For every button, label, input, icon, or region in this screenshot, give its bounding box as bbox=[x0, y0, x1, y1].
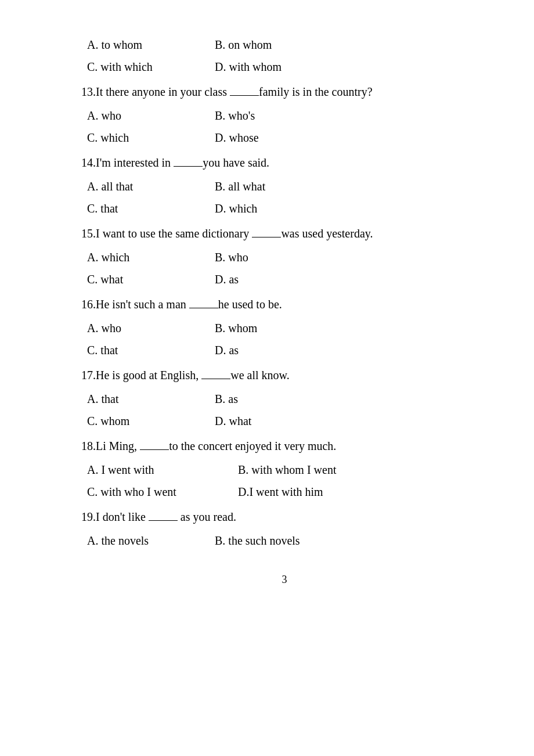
blank-17 bbox=[201, 379, 230, 379]
option-17-d: D. what bbox=[215, 411, 342, 431]
options-row-15-cd: C. what D. as bbox=[81, 269, 488, 289]
options-row-13-cd: C. which D. whose bbox=[81, 128, 488, 147]
question-15: 15.I want to use the same dictionary was… bbox=[81, 224, 488, 289]
option-16-b: B. whom bbox=[215, 318, 342, 338]
question-16-text: 16.He isn't such a man he used to be. bbox=[81, 295, 488, 314]
option-17-b: B. as bbox=[215, 389, 342, 409]
page-number: 3 bbox=[81, 574, 488, 586]
question-15-text: 15.I want to use the same dictionary was… bbox=[81, 224, 488, 243]
option-15-d: D. as bbox=[215, 269, 342, 289]
options-row-17-cd: C. whom D. what bbox=[81, 411, 488, 431]
blank-16 bbox=[189, 308, 218, 308]
option-14-c: C. that bbox=[87, 199, 215, 218]
option-16-d: D. as bbox=[215, 340, 342, 360]
option-18-a: A. I went with bbox=[87, 460, 238, 480]
options-row-13-ab: A. who B. who's bbox=[81, 106, 488, 125]
blank-18 bbox=[140, 449, 169, 450]
option-18-d: D.I went with him bbox=[238, 482, 366, 502]
question-17-text: 17.He is good at English, we all know. bbox=[81, 366, 488, 384]
option-19-b: B. the such novels bbox=[215, 531, 342, 550]
option-14-d: D. which bbox=[215, 199, 342, 218]
options-row-19-ab: A. the novels B. the such novels bbox=[81, 531, 488, 550]
option-16-a: A. who bbox=[87, 318, 215, 338]
options-row-17-ab: A. that B. as bbox=[81, 389, 488, 409]
options-row-14-cd: C. that D. which bbox=[81, 199, 488, 218]
question-19-text: 19.I don't like as you read. bbox=[81, 507, 488, 526]
options-row-18-ab: A. I went with B. with whom I went bbox=[81, 460, 488, 480]
option-17-a: A. that bbox=[87, 389, 215, 409]
option-13-d: D. whose bbox=[215, 128, 342, 147]
page-content: A. to whom B. on whom C. with which D. w… bbox=[81, 35, 488, 550]
blank-15 bbox=[252, 237, 281, 237]
blank-13 bbox=[230, 95, 259, 96]
option-a: A. to whom bbox=[87, 35, 215, 55]
question-18: 18.Li Ming, to the concert enjoyed it ve… bbox=[81, 437, 488, 502]
question-14: 14.I'm interested in you have said. A. a… bbox=[81, 153, 488, 218]
options-row-16-cd: C. that D. as bbox=[81, 340, 488, 360]
option-c: C. with which bbox=[87, 57, 215, 77]
options-row: C. with which D. with whom bbox=[81, 57, 488, 77]
option-15-c: C. what bbox=[87, 269, 215, 289]
option-16-c: C. that bbox=[87, 340, 215, 360]
option-18-c: C. with who I went bbox=[87, 482, 238, 502]
question-19: 19.I don't like as you read. A. the nove… bbox=[81, 507, 488, 550]
option-13-c: C. which bbox=[87, 128, 215, 147]
option-13-b: B. who's bbox=[215, 106, 342, 125]
option-14-a: A. all that bbox=[87, 177, 215, 196]
question-17: 17.He is good at English, we all know. A… bbox=[81, 366, 488, 431]
option-d: D. with whom bbox=[215, 57, 342, 77]
option-18-b: B. with whom I went bbox=[238, 460, 366, 480]
option-b: B. on whom bbox=[215, 35, 342, 55]
option-13-a: A. who bbox=[87, 106, 215, 125]
question-14-text: 14.I'm interested in you have said. bbox=[81, 153, 488, 172]
question-18-text: 18.Li Ming, to the concert enjoyed it ve… bbox=[81, 437, 488, 455]
options-row-15-ab: A. which B. who bbox=[81, 247, 488, 267]
option-15-a: A. which bbox=[87, 247, 215, 267]
option-19-a: A. the novels bbox=[87, 531, 215, 550]
question-16: 16.He isn't such a man he used to be. A.… bbox=[81, 295, 488, 360]
blank-19 bbox=[149, 520, 178, 521]
options-row: A. to whom B. on whom bbox=[81, 35, 488, 55]
question-13-text: 13.It there anyone in your class family … bbox=[81, 82, 488, 101]
options-row-18-cd: C. with who I went D.I went with him bbox=[81, 482, 488, 502]
option-15-b: B. who bbox=[215, 247, 342, 267]
option-14-b: B. all what bbox=[215, 177, 342, 196]
question-partial-top: A. to whom B. on whom C. with which D. w… bbox=[81, 35, 488, 77]
option-17-c: C. whom bbox=[87, 411, 215, 431]
options-row-16-ab: A. who B. whom bbox=[81, 318, 488, 338]
question-13: 13.It there anyone in your class family … bbox=[81, 82, 488, 147]
options-row-14-ab: A. all that B. all what bbox=[81, 177, 488, 196]
blank-14 bbox=[174, 166, 203, 167]
